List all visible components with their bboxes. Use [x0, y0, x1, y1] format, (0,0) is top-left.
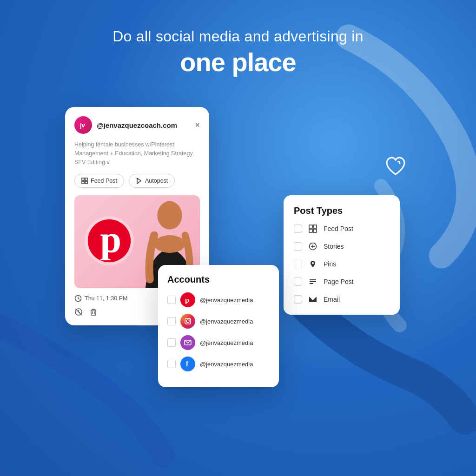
svg-rect-1: [82, 178, 84, 180]
heart-icon: [383, 153, 409, 181]
instagram-account-name: @jenvazquezmedia: [200, 318, 253, 325]
avatar: jv: [74, 116, 92, 134]
svg-rect-2: [85, 178, 87, 180]
accounts-card: Accounts p @jenvazquezmedia @jenvazquezm…: [158, 265, 279, 387]
svg-rect-15: [91, 310, 96, 315]
svg-point-31: [312, 262, 314, 264]
email-account-name: @jenvazquezmedia: [200, 339, 253, 346]
page-post-checkbox[interactable]: [294, 278, 302, 286]
list-item: Stories: [294, 241, 390, 251]
post-types-card: Post Types Feed Post Stories: [284, 195, 400, 315]
pinterest-logo: p: [84, 215, 135, 268]
facebook-account-icon: f: [180, 357, 195, 371]
stories-checkbox[interactable]: [294, 242, 302, 251]
pin-icon: [308, 259, 318, 269]
instagram-checkbox[interactable]: [167, 317, 176, 325]
list-item: f @jenvazquezmedia: [167, 357, 270, 371]
page-post-icon: [308, 277, 318, 287]
svg-text:p: p: [185, 296, 189, 304]
list-item: Feed Post: [294, 224, 390, 234]
profile-header: jv @jenvazquezcoach.com ×: [74, 116, 200, 134]
pinterest-account-name: @jenvazquezmedia: [200, 297, 253, 304]
email-type-label: Email: [324, 296, 340, 303]
svg-rect-26: [309, 229, 312, 232]
autopost-button[interactable]: Autopost: [129, 174, 175, 188]
profile-bio: Helping female businesses w/Pinterest Ma…: [74, 140, 200, 166]
autopost-label: Autopost: [145, 178, 168, 184]
svg-text:p: p: [100, 218, 121, 260]
instagram-account-icon: [180, 314, 195, 329]
page-post-label: Page Post: [324, 278, 354, 285]
feed-post-label: Feed Post: [91, 178, 117, 184]
hero-title: one place: [0, 47, 476, 77]
svg-text:jv: jv: [79, 122, 86, 129]
pins-checkbox[interactable]: [294, 260, 302, 268]
pins-label: Pins: [324, 260, 336, 268]
svg-point-21: [189, 319, 190, 320]
email-account-icon: [180, 335, 195, 350]
list-item: @jenvazquezmedia: [167, 314, 270, 329]
pinterest-checkbox[interactable]: [167, 296, 176, 304]
hero-subtitle: Do all social media and advertising in: [0, 28, 476, 45]
profile-username: @jenvazquezcoach.com: [97, 121, 195, 129]
feed-post-type-label: Feed Post: [324, 225, 353, 232]
list-item: Page Post: [294, 277, 390, 287]
svg-rect-24: [309, 225, 312, 228]
stories-label: Stories: [324, 243, 344, 250]
svg-rect-25: [313, 225, 317, 228]
email-type-checkbox[interactable]: [294, 295, 302, 304]
facebook-account-name: @jenvazquezmedia: [200, 361, 253, 368]
list-item: p @jenvazquezmedia: [167, 292, 270, 307]
action-buttons: Feed Post Autopost: [74, 174, 200, 188]
facebook-checkbox[interactable]: [167, 360, 176, 368]
stories-icon: [308, 241, 318, 251]
delete-icon[interactable]: [89, 308, 98, 316]
svg-rect-4: [85, 181, 87, 184]
pinterest-account-icon: p: [180, 292, 195, 307]
list-item: @jenvazquezmedia: [167, 335, 270, 350]
close-button[interactable]: ×: [195, 120, 200, 130]
feed-post-checkbox[interactable]: [294, 225, 302, 233]
grid-icon: [308, 224, 318, 234]
email-icon: [308, 294, 318, 304]
svg-point-11: [154, 235, 185, 253]
feed-post-button[interactable]: Feed Post: [74, 174, 124, 188]
accounts-title: Accounts: [167, 274, 270, 285]
list-item: Pins: [294, 259, 390, 269]
list-item: Email: [294, 294, 390, 304]
alarm-off-icon[interactable]: [74, 308, 83, 316]
email-checkbox[interactable]: [167, 338, 176, 347]
post-types-title: Post Types: [294, 205, 390, 216]
svg-point-10: [157, 201, 182, 230]
hero-section: Do all social media and advertising in o…: [0, 28, 476, 77]
svg-rect-3: [82, 181, 84, 184]
svg-point-20: [186, 320, 189, 323]
svg-rect-27: [313, 229, 317, 232]
svg-text:f: f: [186, 360, 188, 368]
